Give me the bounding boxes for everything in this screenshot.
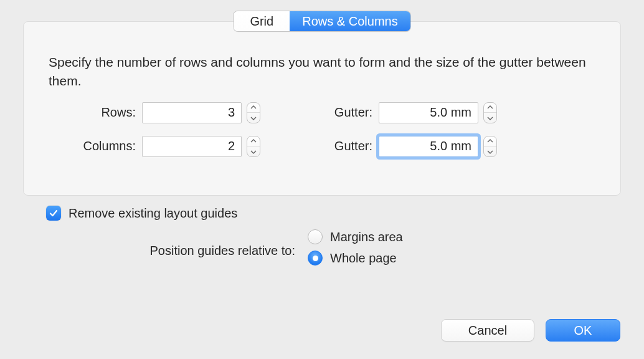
rows-stepper[interactable] xyxy=(247,102,260,123)
chevron-up-icon[interactable] xyxy=(247,136,260,147)
panel-description: Specify the number of rows and columns y… xyxy=(49,53,595,91)
chevron-down-icon[interactable] xyxy=(247,146,260,156)
column-gutter-stepper[interactable] xyxy=(483,136,497,157)
options-area: Remove existing layout guides Position g… xyxy=(46,206,607,272)
column-gutter-label: Gutter: xyxy=(316,139,379,153)
tab-bar: Grid Rows & Columns xyxy=(0,11,644,31)
columns-value: 2 xyxy=(228,139,235,153)
rows-value: 3 xyxy=(228,105,235,120)
dialog-buttons: Cancel OK xyxy=(441,319,620,342)
tab-rows-columns[interactable]: Rows & Columns xyxy=(290,11,410,31)
rows-columns-panel: Specify the number of rows and columns y… xyxy=(23,21,621,196)
row-gutter-input[interactable]: 5.0 mm xyxy=(379,102,478,123)
chevron-up-icon[interactable] xyxy=(484,103,496,113)
chevron-up-icon[interactable] xyxy=(484,136,496,147)
columns-label: Columns: xyxy=(49,139,142,153)
chevron-down-icon[interactable] xyxy=(484,146,496,156)
chevron-down-icon[interactable] xyxy=(247,113,260,123)
ok-button[interactable]: OK xyxy=(546,319,620,342)
layout-guides-dialog: Grid Rows & Columns Specify the number o… xyxy=(0,0,644,359)
chevron-up-icon[interactable] xyxy=(247,103,260,113)
radio-margins-area[interactable] xyxy=(308,229,323,244)
tab-grid[interactable]: Grid xyxy=(234,11,290,31)
fields-grid: Rows: 3 Gutter: 5.0 mm Columns: 2 Gutter… xyxy=(49,102,595,157)
columns-input[interactable]: 2 xyxy=(142,136,242,157)
radio-whole-label: Whole page xyxy=(330,251,397,266)
radio-margins-label: Margins area xyxy=(330,230,403,244)
row-gutter-stepper[interactable] xyxy=(483,102,497,123)
column-gutter-value: 5.0 mm xyxy=(430,139,471,153)
remove-guides-label: Remove existing layout guides xyxy=(69,206,237,221)
remove-guides-checkbox[interactable] xyxy=(46,206,61,221)
columns-stepper[interactable] xyxy=(247,136,260,157)
column-gutter-input[interactable]: 5.0 mm xyxy=(379,136,478,157)
chevron-down-icon[interactable] xyxy=(484,113,496,123)
rows-input[interactable]: 3 xyxy=(142,102,242,123)
position-relative-label: Position guides relative to: xyxy=(46,244,308,258)
rows-label: Rows: xyxy=(49,105,142,120)
row-gutter-label: Gutter: xyxy=(316,105,379,120)
row-gutter-value: 5.0 mm xyxy=(430,105,471,120)
cancel-button[interactable]: Cancel xyxy=(441,319,534,342)
radio-whole-page[interactable] xyxy=(308,251,323,266)
